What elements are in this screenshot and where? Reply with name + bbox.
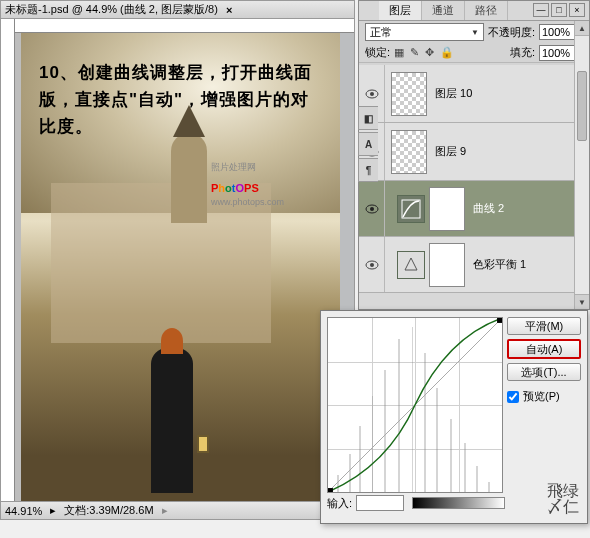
tab-paths[interactable]: 路径 [465,1,508,20]
layer-mask-thumbnail[interactable] [429,187,465,231]
layer-name[interactable]: 曲线 2 [465,201,504,216]
layer-row[interactable]: 曲线 2 [359,181,589,237]
document-title: 未标题-1.psd @ 44.9% (曲线 2, 图层蒙版/8) [5,2,218,17]
layer-name[interactable]: 色彩平衡 1 [465,257,526,272]
smooth-button[interactable]: 平滑(M) [507,317,581,335]
curves-input-label: 输入: [327,496,352,511]
close-icon[interactable]: × [569,3,585,17]
blend-mode-value: 正常 [370,25,392,40]
curves-input-field[interactable] [356,495,404,511]
scroll-thumb[interactable] [577,71,587,141]
tutorial-caption: 10、创建曲线调整层，打开曲线面版，直接点"自动"，增强图片的对比度。 [39,59,323,141]
canvas-image[interactable]: 10、创建曲线调整层，打开曲线面版，直接点"自动"，增强图片的对比度。 照片处理… [21,33,340,501]
lock-position-icon[interactable]: ✥ [425,46,434,59]
minimize-icon[interactable]: — [533,3,549,17]
color-balance-icon [397,251,425,279]
horizontal-ruler [15,19,354,33]
layer-row[interactable]: 图层 9 [359,123,589,181]
triangle-icon[interactable]: ▸ [50,504,56,517]
layer-mask-thumbnail[interactable] [429,243,465,287]
tab-channels[interactable]: 通道 [422,1,465,20]
svg-rect-11 [497,318,502,323]
curves-adjust-icon [397,195,425,223]
canvas-area[interactable]: 10、创建曲线调整层，打开曲线面版，直接点"自动"，增强图片的对比度。 照片处理… [15,33,340,501]
svg-point-1 [370,92,374,96]
svg-point-5 [370,207,374,211]
preview-checkbox[interactable]: 预览(P) [507,389,581,404]
visibility-icon[interactable] [359,181,385,236]
layers-list[interactable]: 图层 10 图层 9 曲线 2 [359,65,589,309]
curve-line[interactable] [328,318,502,492]
layer-thumbnail[interactable] [391,130,427,174]
dock-tab-styles[interactable]: ◧ [358,106,378,130]
status-bar: 44.91% ▸ 文档:3.39M/28.6M ▸ [1,501,354,519]
dock-tab-paragraph[interactable]: ¶ [358,158,378,182]
lock-all-icon[interactable]: 🔒 [440,46,454,59]
layer-row[interactable]: 色彩平衡 1 [359,237,589,293]
lock-label: 锁定: [365,45,390,60]
dock-tab-type[interactable]: A [358,132,378,156]
vertical-ruler [1,19,15,501]
document-window: 未标题-1.psd @ 44.9% (曲线 2, 图层蒙版/8) × 10、创建… [0,0,355,520]
fill-label: 填充: [510,45,535,60]
chevron-right-icon[interactable]: ▸ [162,504,168,517]
layer-name[interactable]: 图层 9 [427,144,466,159]
layers-panel: 图层 通道 路径 ▾≡ 正常 ▼ 不透明度: 100%▸ 锁定: ▦ ✎ ✥ 🔒… [358,0,590,310]
layer-name[interactable]: 图层 10 [427,86,472,101]
blend-mode-select[interactable]: 正常 ▼ [365,23,484,41]
scroll-up-icon[interactable]: ▲ [575,21,589,36]
input-gradient[interactable] [412,497,505,509]
lock-paint-icon[interactable]: ✎ [410,46,419,59]
layer-thumbnail[interactable] [391,72,427,116]
auto-button[interactable]: 自动(A) [507,339,581,359]
photops-logo: 照片处理网 PhotOPS www.photops.com [211,161,284,207]
dock-tabs: ◧ A ¶ [358,106,380,182]
opacity-label: 不透明度: [488,25,535,40]
lock-row: 锁定: ▦ ✎ ✥ 🔒 填充: 100%▸ [359,43,589,63]
signature: 飛绿〆仁 [547,483,579,515]
preview-checkbox-input[interactable] [507,391,519,403]
document-tab-bar: 未标题-1.psd @ 44.9% (曲线 2, 图层蒙版/8) × [1,1,354,19]
close-tab-icon[interactable]: × [226,4,232,16]
doc-size: 文档:3.39M/28.6M [64,503,153,518]
layers-scrollbar[interactable]: ▲ ▼ [574,21,589,309]
tab-layers[interactable]: 图层 [379,1,422,20]
options-button[interactable]: 选项(T)... [507,363,581,381]
maximize-icon[interactable]: □ [551,3,567,17]
blend-mode-row: 正常 ▼ 不透明度: 100%▸ [359,21,589,43]
curves-graph[interactable] [327,317,503,493]
chevron-down-icon: ▼ [471,28,479,37]
lock-transparency-icon[interactable]: ▦ [394,46,404,59]
curves-dialog[interactable]: 输入: 平滑(M) 自动(A) 选项(T)... 预览(P) 飛绿〆仁 [320,310,588,524]
visibility-icon[interactable] [359,237,385,292]
svg-point-8 [370,263,374,267]
layer-row[interactable]: 图层 10 [359,65,589,123]
scroll-down-icon[interactable]: ▼ [575,294,589,309]
zoom-level[interactable]: 44.91% [5,505,42,517]
panel-window-buttons: — □ × [533,3,585,17]
svg-rect-10 [328,488,333,492]
